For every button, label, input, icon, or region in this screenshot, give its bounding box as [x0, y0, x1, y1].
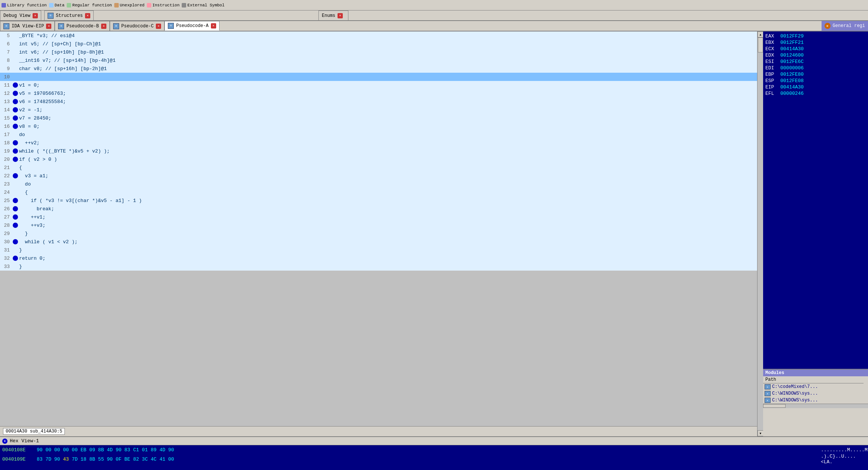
code-line-9[interactable]: 9char v8; // [sp+16h] [bp-2h]@1 — [0, 64, 757, 73]
code-line-24[interactable]: 24 { — [0, 188, 757, 196]
code-line-20[interactable]: 20if ( v2 > 0 ) — [0, 155, 757, 163]
breakpoint-dot[interactable] — [13, 82, 18, 88]
code-line-15[interactable]: 15v7 = 28450; — [0, 114, 757, 122]
legend-label-data: Data — [55, 3, 64, 7]
code-line-31[interactable]: 31} — [0, 246, 757, 254]
code-line-7[interactable]: 7int v6; // [sp+10h] [bp-8h]@1 — [0, 48, 757, 56]
register-name: EFL — [765, 91, 777, 96]
code-text: } — [19, 264, 22, 269]
code-line-5[interactable]: 5_BYTE *v3; // esi@4 — [0, 31, 757, 40]
tab-structures[interactable]: ≡ Structures ✕ — [44, 10, 94, 20]
code-panel: 5_BYTE *v3; // esi@46int v5; // [sp+Ch] … — [0, 31, 757, 436]
breakpoint-dot[interactable] — [13, 157, 18, 162]
module-path: C:\codeMixed\7... — [772, 384, 818, 389]
tab-label-structures: Structures — [56, 13, 83, 18]
breakpoint-dot[interactable] — [13, 140, 18, 145]
tab-label-pseudocode-b: Pseudocode-B — [66, 24, 99, 29]
code-line-18[interactable]: 18 ++v2; — [0, 139, 757, 147]
code-line-21[interactable]: 21{ — [0, 163, 757, 172]
line-number: 15 — [1, 115, 13, 121]
tab-label-pseudocode-c: Pseudocode-C — [121, 24, 154, 29]
breakpoint-dot[interactable] — [13, 223, 18, 228]
code-line-32[interactable]: 32return 0; — [0, 254, 757, 262]
tab-close-debug-view[interactable]: ✕ — [33, 13, 38, 18]
breakpoint-dot[interactable] — [13, 198, 18, 203]
line-number: 31 — [1, 247, 13, 253]
code-line-22[interactable]: 22 v3 = a1; — [0, 172, 757, 180]
tab-close-ida-view-eip[interactable]: ✕ — [46, 24, 51, 29]
breakpoint-dot[interactable] — [13, 173, 18, 178]
breakpoint-dot[interactable] — [13, 214, 18, 220]
register-value: 0012FE80 — [780, 72, 804, 77]
code-content[interactable]: 5_BYTE *v3; // esi@46int v5; // [sp+Ch] … — [0, 31, 757, 426]
code-text: ++v1; — [19, 214, 45, 220]
hex-bytes-normal: 83 7D 90 — [37, 457, 63, 462]
code-line-11[interactable]: 11v1 = 0; — [0, 81, 757, 89]
tab-pseudocode-b[interactable]: ≡ Pseudocode-B ✕ — [55, 21, 109, 31]
modules-hscroll[interactable] — [763, 404, 868, 408]
tab-ida-view-eip[interactable]: ≡ IDA View-EIP ✕ — [0, 21, 55, 31]
tab-close-structures[interactable]: ✕ — [85, 13, 90, 18]
code-text: v8 = 0; — [19, 124, 40, 129]
module-row[interactable]: ▪C:\WINDOWS\sys... — [763, 390, 864, 397]
code-line-29[interactable]: 29 } — [0, 229, 757, 238]
code-text: do — [19, 132, 25, 138]
breakpoint-dot[interactable] — [13, 99, 18, 104]
hex-bytes-rest: 7D 18 8B 55 90 0F BE 82 3C 4C 41 00 — [69, 457, 174, 462]
register-row-edx: EDX00124600 — [765, 52, 867, 58]
register-value: 00000246 — [780, 91, 804, 96]
code-line-30[interactable]: 30 while ( v1 < v2 ); — [0, 238, 757, 246]
code-line-10[interactable]: 10 — [0, 73, 757, 81]
breakpoint-dot[interactable] — [13, 91, 18, 96]
tab-close-pseudocode-a[interactable]: ✕ — [211, 23, 216, 28]
code-line-33[interactable]: 33} — [0, 262, 757, 271]
breakpoint-dot[interactable] — [13, 206, 18, 211]
breakpoint-dot[interactable] — [13, 107, 18, 112]
breakpoint-dot[interactable] — [13, 115, 18, 121]
module-row[interactable]: ▪C:\WINDOWS\sys... — [763, 397, 864, 404]
legend-dot-instruction — [147, 3, 151, 7]
code-line-13[interactable]: 13v6 = 1748255584; — [0, 97, 757, 106]
scroll-thumb[interactable] — [758, 37, 763, 52]
code-line-27[interactable]: 27 ++v1; — [0, 213, 757, 221]
scroll-down-btn[interactable]: ▼ — [757, 430, 763, 436]
tab-icon-pseudocode-b: ≡ — [58, 23, 64, 29]
scroll-up-btn[interactable]: ▲ — [757, 31, 763, 37]
code-line-25[interactable]: 25 if ( *v3 != v3[(char *)&v5 - a1] - 1 … — [0, 196, 757, 205]
tab-pseudocode-a[interactable]: ≡ Pseudocode-A ✕ — [164, 21, 219, 31]
breakpoint-dot[interactable] — [13, 148, 18, 154]
code-line-23[interactable]: 23 do — [0, 180, 757, 188]
code-line-14[interactable]: 14v2 = -1; — [0, 106, 757, 114]
scroll-track — [757, 37, 763, 430]
register-name: ESP — [765, 78, 777, 84]
breakpoint-dot[interactable] — [13, 124, 18, 129]
code-line-8[interactable]: 8__int16 v7; // [sp+14h] [bp-4h]@1 — [0, 56, 757, 64]
line-number: 33 — [1, 264, 13, 269]
tab-pseudocode-c[interactable]: ≡ Pseudocode-C ✕ — [110, 21, 164, 31]
code-line-28[interactable]: 28 ++v3; — [0, 221, 757, 229]
code-line-19[interactable]: 19while ( *((_BYTE *)&v5 + v2) ); — [0, 147, 757, 155]
breakpoint-dot[interactable] — [13, 239, 18, 244]
register-value: 0012FE6C — [780, 59, 804, 64]
line-number: 7 — [1, 49, 13, 55]
breakpoint-dot[interactable] — [13, 256, 18, 261]
tab-debug-view[interactable]: Debug View ✕ — [0, 10, 41, 20]
code-line-16[interactable]: 16v8 = 0; — [0, 122, 757, 130]
tab-general-regi[interactable]: ⊕ General regi — [822, 21, 868, 31]
code-line-6[interactable]: 6int v5; // [sp+Ch] [bp-Ch]@1 — [0, 40, 757, 48]
tab-close-pseudocode-b[interactable]: ✕ — [101, 24, 106, 29]
module-row[interactable]: ▪C:\codeMixed\7... — [763, 383, 864, 390]
register-value: 00414A30 — [780, 84, 804, 90]
tab-close-enums[interactable]: ✕ — [338, 13, 343, 18]
tab-enums[interactable]: Enums ✕ — [318, 10, 348, 20]
register-value: 00414A30 — [780, 46, 804, 52]
code-scrollbar[interactable]: ▲ ▼ — [757, 31, 763, 436]
code-text: { — [19, 165, 22, 171]
code-line-12[interactable]: 12v5 = 1970566763; — [0, 89, 757, 97]
hex-addr-1: 0040108E — [2, 447, 32, 453]
modules-hscroll-thumb[interactable] — [763, 404, 786, 408]
code-line-26[interactable]: 26 break; — [0, 205, 757, 213]
line-number: 27 — [1, 214, 13, 220]
code-line-17[interactable]: 17do — [0, 130, 757, 139]
tab-close-pseudocode-c[interactable]: ✕ — [156, 24, 161, 29]
